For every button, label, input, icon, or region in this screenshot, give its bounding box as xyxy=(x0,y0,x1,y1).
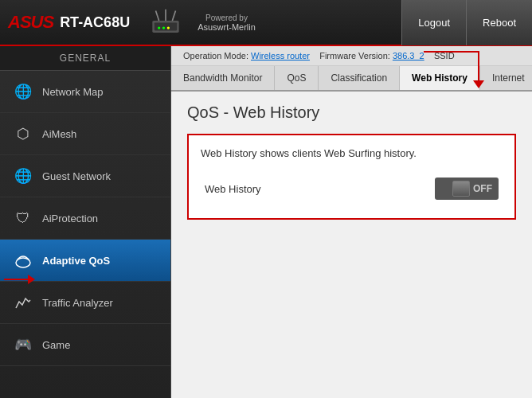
tab-internet[interactable]: Internet xyxy=(480,66,532,90)
page-body: QoS - Web History Web History shows clie… xyxy=(171,92,532,240)
tab-bandwidth-monitor[interactable]: Bandwidth Monitor xyxy=(171,66,275,90)
sidebar-item-aiprotection[interactable]: 🛡 AiProtection xyxy=(0,197,170,240)
sidebar: General 🌐 Network Map ⬡ AiMesh 🌐 Guest N… xyxy=(0,46,171,398)
info-box: Web History shows clients Web Surfing hi… xyxy=(187,134,516,220)
tabs: Bandwidth Monitor QoS Classification Web… xyxy=(171,66,532,92)
toggle-knob xyxy=(452,181,470,197)
operation-mode-label: Operation Mode: xyxy=(183,51,248,60)
aimesh-icon: ⬡ xyxy=(12,123,34,145)
sidebar-item-label: Traffic Analyzer xyxy=(42,297,113,309)
guest-network-icon: 🌐 xyxy=(12,165,34,187)
sidebar-item-label: AiMesh xyxy=(42,128,76,140)
tab-web-history[interactable]: Web History xyxy=(400,66,480,92)
firmware-label: Firmware Version: xyxy=(319,51,390,60)
main-content: Operation Mode: Wireless router Firmware… xyxy=(171,46,532,398)
header: ASUS RT-AC68U Powered by Asuswrt-Merlin … xyxy=(0,0,532,46)
router-icon xyxy=(146,6,186,38)
web-history-label: Web History xyxy=(205,183,261,195)
tab-qos[interactable]: QoS xyxy=(275,66,319,90)
asus-logo: ASUS xyxy=(8,12,53,33)
operation-mode-link[interactable]: Wireless router xyxy=(251,51,310,60)
tab-classification[interactable]: Classification xyxy=(319,66,400,90)
sidebar-item-game[interactable]: 🎮 Game xyxy=(0,324,170,366)
sidebar-item-label: AiProtection xyxy=(42,213,98,224)
game-icon: 🎮 xyxy=(12,334,34,356)
logout-button[interactable]: Logout xyxy=(401,0,466,45)
sidebar-section-general: General xyxy=(0,46,170,71)
firmware-version-link[interactable]: 386.3_2 xyxy=(393,51,424,60)
status-bar: Operation Mode: Wireless router Firmware… xyxy=(171,46,532,66)
svg-rect-1 xyxy=(155,22,177,30)
web-history-toggle[interactable]: OFF xyxy=(435,178,499,200)
setting-row: Web History OFF xyxy=(201,171,503,206)
sidebar-item-label: Game xyxy=(42,339,70,351)
sidebar-item-adaptive-qos[interactable]: Adaptive QoS xyxy=(0,240,170,282)
sidebar-item-aimesh[interactable]: ⬡ AiMesh xyxy=(0,113,170,155)
toggle-state-text: OFF xyxy=(473,183,492,194)
sidebar-item-label: Network Map xyxy=(42,86,104,98)
sidebar-item-network-map[interactable]: 🌐 Network Map xyxy=(0,71,170,113)
sidebar-item-label: Adaptive QoS xyxy=(42,255,110,267)
svg-line-4 xyxy=(172,10,175,21)
powered-by: Powered by Asuswrt-Merlin xyxy=(198,14,256,32)
page-title: QoS - Web History xyxy=(187,103,516,122)
traffic-analyzer-icon xyxy=(12,291,34,314)
sidebar-item-guest-network[interactable]: 🌐 Guest Network xyxy=(0,155,170,197)
aiprotection-icon: 🛡 xyxy=(12,207,34,229)
sidebar-item-label: Guest Network xyxy=(42,170,111,182)
info-text: Web History shows clients Web Surfing hi… xyxy=(201,147,503,159)
adaptive-qos-icon xyxy=(12,249,34,271)
svg-line-2 xyxy=(156,10,159,21)
header-buttons: Logout Reboot xyxy=(401,0,532,45)
svg-point-5 xyxy=(158,26,160,29)
router-model: RT-AC68U xyxy=(60,14,130,31)
content-area: General 🌐 Network Map ⬡ AiMesh 🌐 Guest N… xyxy=(0,46,532,398)
sidebar-item-traffic-analyzer[interactable]: Traffic Analyzer xyxy=(0,282,170,324)
logo-area: ASUS RT-AC68U xyxy=(0,12,138,33)
ssid-label: SSID xyxy=(434,51,455,60)
svg-point-7 xyxy=(167,26,170,29)
network-map-icon: 🌐 xyxy=(12,80,34,103)
reboot-button[interactable]: Reboot xyxy=(466,0,532,45)
svg-point-6 xyxy=(162,26,165,29)
